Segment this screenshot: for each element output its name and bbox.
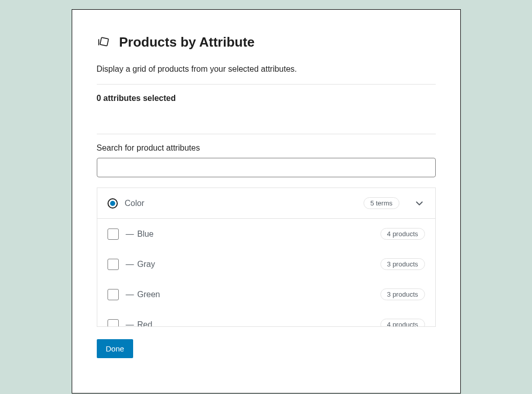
checkbox-icon[interactable] [108, 289, 119, 300]
products-by-attribute-icon [97, 36, 110, 49]
svg-rect-0 [100, 37, 109, 46]
term-count-badge: 5 terms [364, 197, 399, 209]
term-row-blue[interactable]: — Blue 4 products [97, 219, 435, 249]
block-header: Products by Attribute [97, 34, 436, 50]
product-count-badge: 3 products [380, 288, 425, 300]
checkbox-icon[interactable] [108, 319, 119, 327]
term-row-red[interactable]: — Red 4 products [97, 309, 435, 327]
product-count-badge: 3 products [380, 258, 425, 270]
chevron-down-icon[interactable] [414, 198, 425, 209]
term-label: — Gray [126, 260, 155, 269]
attribute-row-color[interactable]: Color 5 terms [97, 188, 435, 219]
checkbox-icon[interactable] [108, 229, 119, 240]
term-row-green[interactable]: — Green 3 products [97, 279, 435, 309]
block-title: Products by Attribute [119, 34, 255, 50]
product-count-badge: 4 products [380, 319, 425, 327]
done-button[interactable]: Done [97, 339, 134, 358]
term-label: — Red [126, 320, 153, 327]
selected-count-label: 0 attributes selected [97, 94, 436, 103]
checkbox-icon[interactable] [108, 259, 119, 270]
block-placeholder: Products by Attribute Display a grid of … [72, 9, 461, 393]
divider [97, 84, 436, 85]
term-label: — Green [126, 290, 160, 299]
divider [97, 134, 436, 134]
radio-selected-icon[interactable] [108, 198, 118, 209]
term-row-gray[interactable]: — Gray 3 products [97, 249, 435, 279]
product-count-badge: 4 products [380, 228, 425, 240]
search-input[interactable] [97, 158, 436, 177]
attribute-listbox[interactable]: Color 5 terms — Blue 4 products — Gray 3… [97, 188, 436, 327]
term-label: — Blue [126, 230, 154, 239]
search-label: Search for product attributes [97, 143, 436, 153]
block-description: Display a grid of products from your sel… [97, 65, 436, 74]
attribute-name: Color [125, 199, 144, 208]
